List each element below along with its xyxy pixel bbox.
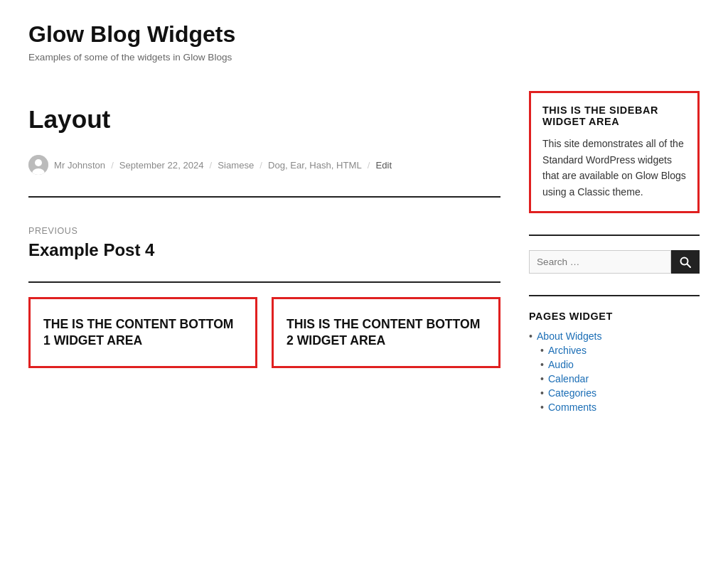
post-nav-label: PREVIOUS [28,226,500,236]
post-nav-title: Example Post 4 [28,240,500,260]
search-form[interactable] [529,250,700,274]
content-bottom-1-label: THE IS THE CONTENT BOTTOM 1 WIDGET AREA [43,316,242,349]
search-widget [529,250,700,274]
content-bottom-widgets: THE IS THE CONTENT BOTTOM 1 WIDGET AREA … [28,297,500,368]
list-item[interactable]: Calendar [529,373,700,384]
svg-point-1 [35,159,42,166]
post-author: Mr Johnston [54,160,105,171]
list-item[interactable]: Audio [529,359,700,370]
pages-widget: PAGES WIDGET About WidgetsArchivesAudioC… [529,311,700,413]
meta-sep-4: / [368,160,370,171]
post-title: Layout [28,105,500,134]
search-icon [680,257,691,268]
list-item[interactable]: Comments [529,402,700,413]
sidebar-divider-2 [529,295,700,296]
site-description: Examples of some of the widgets in Glow … [28,52,700,63]
sidebar-widget-text: This site demonstrates all of the Standa… [542,136,686,200]
list-item[interactable]: About Widgets [529,330,700,342]
post-date: September 22, 2024 [119,160,204,171]
avatar [28,155,48,175]
sidebar-top-widget: THIS IS THE SIDEBAR WIDGET AREA This sit… [529,91,700,213]
search-input[interactable] [529,250,671,274]
site-title: Glow Blog Widgets [28,21,700,48]
list-item[interactable]: Categories [529,387,700,399]
meta-sep-3: / [259,160,262,171]
search-button[interactable] [671,250,700,274]
sidebar: THIS IS THE SIDEBAR WIDGET AREA This sit… [529,91,700,434]
meta-sep-2: / [210,160,213,171]
svg-line-4 [687,264,691,267]
post-category: Siamese [218,160,254,171]
meta-sep-1: / [111,160,114,171]
post-meta: Mr Johnston / September 22, 2024 / Siame… [28,155,500,175]
content-bottom-widget-1: THE IS THE CONTENT BOTTOM 1 WIDGET AREA [28,297,257,368]
pages-list: About WidgetsArchivesAudioCalendarCatego… [529,330,700,413]
pages-widget-title: PAGES WIDGET [529,311,700,322]
content-bottom-widget-2: THIS IS THE CONTENT BOTTOM 2 WIDGET AREA [272,297,500,368]
sidebar-widget-title: THIS IS THE SIDEBAR WIDGET AREA [542,104,686,127]
site-header: Glow Blog Widgets Examples of some of th… [14,0,714,77]
sidebar-divider-1 [529,235,700,236]
post-nav-link[interactable]: Example Post 4 [28,240,500,260]
list-item[interactable]: Archives [529,345,700,356]
edit-link[interactable]: Edit [375,160,392,171]
post-bottom-divider [28,281,500,283]
content-area: Layout Mr Johnston / September 22, 2024 … [28,91,500,434]
content-bottom-2-label: THIS IS THE CONTENT BOTTOM 2 WIDGET AREA [287,316,486,349]
post-tags: Dog, Ear, Hash, HTML [268,160,362,171]
post-nav[interactable]: PREVIOUS Example Post 4 [28,212,500,274]
post-top-divider [28,196,500,198]
